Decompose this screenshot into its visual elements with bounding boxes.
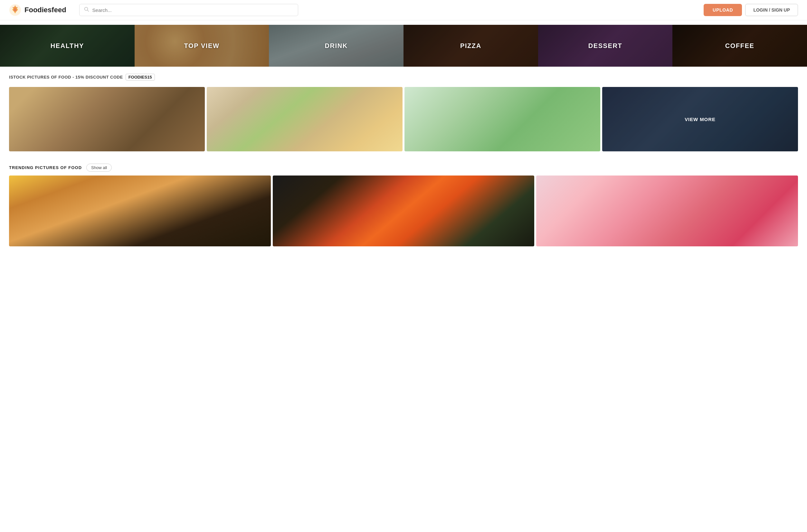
trending-item-3[interactable] (536, 175, 798, 246)
view-more-label: VIEW MORE (685, 117, 715, 122)
show-all-button[interactable]: Show all (86, 164, 112, 172)
category-pizza-overlay: PIZZA (404, 25, 538, 66)
istock-code: FOODIES15 (126, 74, 155, 80)
svg-point-1 (14, 9, 16, 11)
logo-icon (9, 4, 21, 16)
view-more-overlay: VIEW MORE (602, 87, 798, 151)
trending-grid (0, 175, 807, 255)
photo-item-1[interactable] (9, 87, 205, 151)
category-pizza-label: PIZZA (460, 42, 481, 50)
search-icon (84, 7, 89, 13)
search-container (79, 4, 298, 16)
category-dessert[interactable]: DESSERT (538, 25, 673, 66)
category-healthy[interactable]: HEALTHY (0, 25, 135, 66)
category-topview-overlay: TOP VIEW (135, 25, 269, 66)
login-button[interactable]: LOGIN / SIGN UP (745, 4, 798, 16)
category-pizza[interactable]: PIZZA (404, 25, 538, 66)
category-coffee[interactable]: COFFEE (672, 25, 807, 66)
istock-banner: ISTOCK PICTURES OF FOOD - 15% DISCOUNT C… (0, 66, 807, 84)
category-coffee-label: COFFEE (725, 42, 754, 50)
photo-item-2[interactable] (207, 87, 403, 151)
header-actions: UPLOAD LOGIN / SIGN UP (704, 4, 798, 16)
category-coffee-overlay: COFFEE (672, 25, 807, 66)
category-healthy-overlay: HEALTHY (0, 25, 135, 66)
header: Foodiesfeed UPLOAD LOGIN / SIGN UP (0, 0, 807, 20)
photo-item-3[interactable] (404, 87, 600, 151)
photo-item-4[interactable]: VIEW MORE (602, 87, 798, 151)
category-drink[interactable]: DRINK (269, 25, 404, 66)
trending-item-2[interactable] (273, 175, 535, 246)
trending-item-1[interactable] (9, 175, 271, 246)
category-dessert-label: DESSERT (588, 42, 622, 50)
categories: HEALTHY TOP VIEW DRINK PIZZA DESSERT COF… (0, 25, 807, 66)
search-input[interactable] (92, 7, 293, 13)
trending-section-header: TRENDING PICTURES OF FOOD Show all (0, 151, 807, 175)
photo-grid: VIEW MORE (0, 84, 807, 151)
trending-title: TRENDING PICTURES OF FOOD (9, 165, 82, 170)
logo-text: Foodiesfeed (24, 6, 66, 14)
category-drink-label: DRINK (325, 42, 348, 50)
istock-text: ISTOCK PICTURES OF FOOD - 15% DISCOUNT C… (9, 75, 123, 79)
svg-line-3 (87, 10, 89, 12)
category-drink-overlay: DRINK (269, 25, 404, 66)
category-healthy-label: HEALTHY (51, 42, 84, 50)
upload-button[interactable]: UPLOAD (704, 4, 742, 16)
category-dessert-overlay: DESSERT (538, 25, 673, 66)
logo[interactable]: Foodiesfeed (9, 4, 66, 16)
category-topview[interactable]: TOP VIEW (135, 25, 269, 66)
category-topview-label: TOP VIEW (184, 42, 219, 50)
